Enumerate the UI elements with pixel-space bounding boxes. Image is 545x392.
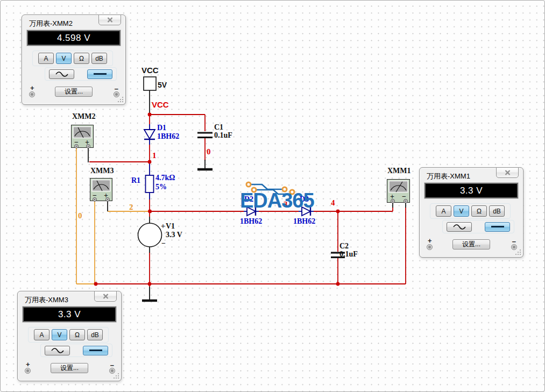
positive-terminal-label: + — [30, 84, 34, 91]
v1-minus-sign: − — [161, 239, 166, 247]
v1-value-label[interactable]: 3.3 V — [166, 231, 182, 239]
volt-button[interactable]: V — [454, 205, 469, 217]
window-title[interactable]: 万用表-XMM3 — [25, 295, 68, 305]
close-icon — [107, 17, 113, 23]
close-button[interactable] — [94, 291, 117, 302]
multimeter-window-xmm3: 万用表-XMM3 3.3 V A V Ω dB + 设置... − — [17, 291, 122, 381]
decibel-button[interactable]: dB — [87, 329, 103, 340]
v1-ref-label[interactable]: V1 — [166, 223, 175, 230]
window-title[interactable]: 万用表-XMM2 — [29, 19, 73, 28]
mode-button-group — [40, 344, 112, 357]
ampere-button[interactable]: A — [34, 329, 49, 340]
positive-terminal[interactable] — [29, 91, 35, 97]
dc-line-icon — [94, 73, 107, 74]
ac-mode-button[interactable] — [447, 222, 472, 232]
capacitor-c1[interactable] — [197, 133, 213, 138]
dc-mode-button[interactable] — [485, 222, 510, 232]
volt-button[interactable]: V — [52, 329, 67, 340]
vcc-power-symbol[interactable] — [144, 77, 156, 90]
r1-value-label[interactable]: 4.7kΩ — [155, 174, 175, 182]
xmm1-icon-label[interactable]: XMM1 — [387, 167, 411, 175]
diode-d1[interactable] — [144, 124, 155, 145]
c2-ref-label[interactable]: C2 — [339, 243, 349, 250]
negative-terminal[interactable] — [114, 91, 119, 97]
xmm3-icon-label[interactable]: XMM3 — [90, 167, 114, 175]
meter-display: 3.3 V — [23, 307, 116, 322]
meter-display: 4.598 V — [27, 30, 121, 46]
resize-grip[interactable] — [122, 101, 123, 102]
schematic-canvas: + − — [0, 0, 545, 392]
settings-button[interactable]: 设置... — [55, 87, 93, 97]
eda365-watermark: EDA365 — [240, 190, 314, 211]
close-button[interactable] — [496, 167, 519, 178]
dc-line-icon — [89, 350, 102, 351]
ampere-button[interactable]: A — [436, 205, 451, 217]
d3-value-label[interactable]: 1BH62 — [293, 218, 315, 225]
positive-terminal-label: + — [428, 237, 432, 244]
d2-value-label[interactable]: 1BH62 — [240, 218, 262, 225]
multimeter-window-xmm1: 万用表-XMM1 3.3 V A V Ω dB + 设置... − — [419, 167, 523, 258]
multimeter-window-xmm2: 万用表-XMM2 4.598 V A V Ω dB + 设置... − — [22, 15, 126, 105]
meter-display: 3.3 V — [424, 183, 518, 198]
ohm-button[interactable]: Ω — [74, 53, 89, 64]
vcc-title-label[interactable]: VCC — [141, 66, 159, 74]
multimeter-icon-xmm2[interactable]: − + — [72, 125, 94, 148]
resize-grip[interactable] — [520, 254, 521, 255]
sine-wave-icon — [55, 71, 69, 77]
ohm-button[interactable]: Ω — [69, 329, 85, 340]
sine-wave-icon — [452, 224, 466, 230]
net-label-4[interactable]: 4 — [331, 199, 335, 207]
settings-button[interactable]: 设置... — [51, 363, 88, 373]
dc-mode-button[interactable] — [83, 346, 108, 355]
resistor-r1[interactable] — [146, 162, 154, 199]
unit-button-group: A V Ω dB — [430, 203, 511, 219]
close-icon — [505, 170, 511, 175]
multimeter-icon-xmm3[interactable]: − + — [90, 179, 112, 202]
d1-ref-label[interactable]: D1 — [157, 124, 166, 132]
window-title[interactable]: 万用表-XMM1 — [427, 172, 470, 181]
close-icon — [103, 294, 109, 299]
ampere-button[interactable]: A — [38, 53, 54, 64]
settings-button[interactable]: 设置... — [452, 239, 490, 250]
r1-tolerance-label[interactable]: 5% — [155, 183, 167, 191]
resize-grip[interactable] — [118, 377, 119, 379]
r1-ref-label[interactable]: R1 — [131, 177, 140, 184]
net-label-2[interactable]: 2 — [129, 203, 133, 211]
net-label-0-right[interactable]: 0 — [207, 148, 211, 156]
net-label-1[interactable]: 1 — [152, 152, 157, 160]
voltage-source-v1[interactable]: + − — [138, 222, 166, 247]
close-button[interactable] — [98, 15, 121, 25]
net-label-vcc[interactable]: VCC — [152, 101, 169, 109]
xmm2-icon-label[interactable]: XMM2 — [72, 113, 96, 120]
dc-mode-button[interactable] — [87, 69, 112, 79]
positive-terminal-label: + — [26, 361, 30, 368]
dc-line-icon — [491, 226, 504, 227]
ground-symbol-c1[interactable] — [197, 160, 213, 169]
sine-wave-icon — [51, 347, 65, 354]
v1-plus-sign: + — [161, 222, 165, 230]
positive-terminal[interactable] — [25, 368, 31, 374]
c1-value-label[interactable]: 0.1uF — [214, 132, 232, 139]
ac-mode-button[interactable] — [45, 346, 70, 355]
decibel-button[interactable]: dB — [489, 205, 505, 217]
negative-terminal[interactable] — [109, 368, 115, 374]
mode-button-group — [442, 220, 514, 233]
d1-value-label[interactable]: 1BH62 — [157, 133, 179, 140]
multimeter-icon-xmm1[interactable]: + − — [387, 180, 410, 203]
c1-ref-label[interactable]: C1 — [214, 124, 223, 131]
volt-button[interactable]: V — [56, 53, 72, 64]
ground-symbol-main[interactable] — [142, 287, 157, 301]
negative-terminal[interactable] — [511, 244, 517, 250]
wire-black[interactable] — [88, 90, 406, 253]
ac-mode-button[interactable] — [49, 69, 74, 79]
c2-value-label[interactable]: 0.1uF — [339, 251, 358, 258]
vcc-value-label[interactable]: 5V — [158, 81, 167, 89]
net-label-0-left[interactable]: 0 — [78, 212, 82, 220]
mode-button-group — [45, 67, 117, 81]
positive-terminal[interactable] — [427, 244, 433, 250]
unit-button-group: A V Ω dB — [32, 51, 113, 66]
ohm-button[interactable]: Ω — [471, 205, 487, 217]
decibel-button[interactable]: dB — [91, 53, 107, 64]
unit-button-group: A V Ω dB — [28, 327, 109, 343]
